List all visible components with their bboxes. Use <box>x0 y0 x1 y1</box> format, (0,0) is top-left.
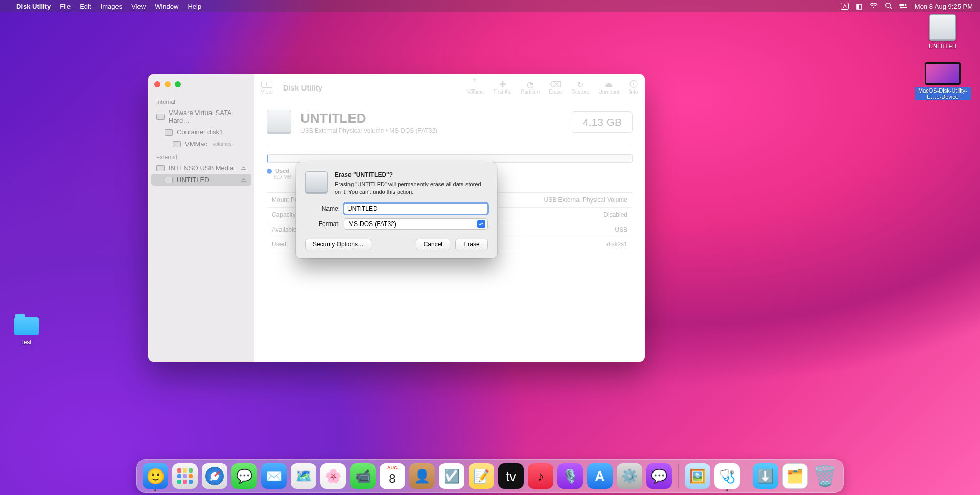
toolbar-firstaid-button[interactable]: ✚First Aid <box>493 80 511 95</box>
dock-recents-stack[interactable]: 🗂️ <box>782 463 808 489</box>
legend-value: 8,9 MB <box>274 174 292 180</box>
sidebar: Internal VMware Virtual SATA Hard… Conta… <box>148 74 254 362</box>
dock-tv[interactable]: tv <box>498 463 524 489</box>
desktop-folder-test[interactable]: test <box>11 317 42 346</box>
disk-large-icon <box>267 110 291 134</box>
window-close-button[interactable] <box>154 81 160 87</box>
dock-disk-utility[interactable]: 🩺 <box>714 463 740 489</box>
menu-help[interactable]: Help <box>188 3 201 10</box>
toolbar-label: First Aid <box>493 89 511 95</box>
image-file-icon <box>925 62 961 85</box>
dock-preview[interactable]: 🖼️ <box>685 463 710 489</box>
dock-finder[interactable]: 🙂 <box>143 463 168 489</box>
chevron-up-down-icon: ▴▾ <box>477 220 485 228</box>
svg-line-1 <box>890 7 892 9</box>
dock-notes[interactable]: 📝 <box>469 463 494 489</box>
window-minimize-button[interactable] <box>165 81 171 87</box>
menu-window[interactable]: Window <box>155 3 178 10</box>
compass-icon <box>205 467 224 485</box>
eject-icon[interactable]: ⏏ <box>241 165 246 172</box>
keyboard-indicator-icon[interactable]: A <box>841 3 848 10</box>
svg-rect-2 <box>899 4 904 6</box>
dock-mail[interactable]: ✉️ <box>261 463 287 489</box>
menu-edit[interactable]: Edit <box>80 3 91 10</box>
eject-icon[interactable]: ⏏ <box>241 176 246 184</box>
toolbar: View Disk Utility ＋−Volume ✚First Aid ◔P… <box>254 74 645 101</box>
erase-icon: ⌫ <box>550 80 561 88</box>
toolbar-unmount-button[interactable]: ⏏Unmount <box>598 80 619 95</box>
control-center-icon[interactable] <box>899 2 907 10</box>
desktop-icon-label: UNTITLED <box>920 43 966 49</box>
sidebar-item-label: UNTITLED <box>177 176 209 184</box>
info-val: disk2s1 <box>606 241 627 248</box>
window-title: Disk Utility <box>283 83 323 92</box>
svg-point-5 <box>900 7 902 9</box>
cancel-button[interactable]: Cancel <box>416 239 450 250</box>
window-zoom-button[interactable] <box>175 81 181 87</box>
external-disk-icon <box>156 165 165 171</box>
info-val: Disabled <box>603 211 627 218</box>
unmount-icon: ⏏ <box>604 80 614 88</box>
toolbar-info-button[interactable]: ⓘInfo <box>628 80 639 95</box>
sidebar-untitled-volume[interactable]: UNTITLED ⏏ <box>151 174 251 186</box>
dock: 🙂 💬 ✉️ 🗺️ 🌸 📹 AUG 8 👤 ☑️ 📝 tv ♪ 🎙️ A ⚙️ … <box>136 459 844 493</box>
menubar-app-name[interactable]: Disk Utility <box>16 3 51 10</box>
erase-button[interactable]: Erase <box>455 239 488 250</box>
dock-trash[interactable]: 🗑️ <box>812 463 837 489</box>
container-icon <box>165 129 173 136</box>
menubar: Disk Utility File Edit Images View Windo… <box>0 0 980 12</box>
disk-size: 4,13 GB <box>572 111 633 133</box>
desktop-disk-untitled[interactable]: UNTITLED <box>920 14 966 49</box>
menubar-datetime[interactable]: Mon 8 Aug 9:25 PM <box>915 3 973 10</box>
dock-contacts[interactable]: 👤 <box>409 463 435 489</box>
dock-messages[interactable]: 💬 <box>231 463 257 489</box>
menu-file[interactable]: File <box>60 3 71 10</box>
info-val: USB External Physical Volume <box>544 196 627 204</box>
info-key: Used: <box>272 241 288 248</box>
desktop-screenshot-file[interactable]: MacOS-Disk-Utility-E…e-Device <box>915 60 971 100</box>
sidebar-container-disk1[interactable]: Container disk1 <box>151 126 251 138</box>
dock-calendar[interactable]: AUG 8 <box>380 463 405 489</box>
name-input[interactable] <box>344 203 488 214</box>
dock-separator <box>746 464 746 488</box>
toolbar-view-button[interactable]: View <box>261 81 273 95</box>
wifi-icon[interactable] <box>870 2 878 10</box>
usage-used-legend: Used 8,9 MB <box>267 168 292 180</box>
dock-feedback[interactable]: 💬 <box>646 463 672 489</box>
security-options-button[interactable]: Security Options… <box>305 239 371 250</box>
toolbar-erase-button[interactable]: ⌫Erase <box>549 80 562 95</box>
dock-appstore[interactable]: A <box>587 463 613 489</box>
format-select[interactable]: MS-DOS (FAT32) ▴▾ <box>344 218 488 230</box>
sidebar-vmmac-volume[interactable]: VMMac volumes <box>151 138 251 150</box>
sidebar-internal-disk[interactable]: VMware Virtual SATA Hard… <box>151 107 251 126</box>
dialog-disk-icon <box>305 171 328 194</box>
toolbar-volume-button[interactable]: ＋−Volume <box>467 80 484 95</box>
folder-icon <box>14 317 39 335</box>
dock-launchpad[interactable] <box>172 463 198 489</box>
dock-maps[interactable]: 🗺️ <box>291 463 316 489</box>
toolbar-partition-button[interactable]: ◔Partition <box>521 80 540 95</box>
toolbar-label: Volume <box>467 89 484 95</box>
first-aid-icon: ✚ <box>498 80 508 88</box>
dock-photos[interactable]: 🌸 <box>320 463 346 489</box>
sidebar-item-label: VMMac <box>185 140 207 148</box>
dock-system-settings[interactable]: ⚙️ <box>617 463 642 489</box>
desktop-icon-label: test <box>11 339 42 346</box>
disk-name: UNTITLED <box>300 110 437 126</box>
dock-facetime[interactable]: 📹 <box>350 463 376 489</box>
dock-podcasts[interactable]: 🎙️ <box>557 463 583 489</box>
dock-downloads[interactable]: ⬇️ <box>753 463 778 489</box>
calendar-day-label: 8 <box>389 471 395 486</box>
external-volume-icon <box>165 177 173 183</box>
sidebar-item-label: INTENSO USB Media <box>169 164 234 172</box>
spotlight-icon[interactable] <box>885 2 892 11</box>
sidebar-intenso-media[interactable]: INTENSO USB Media ⏏ <box>151 162 251 174</box>
menu-view[interactable]: View <box>131 3 146 10</box>
dock-safari[interactable] <box>202 463 227 489</box>
restore-icon: ↻ <box>575 80 586 88</box>
dock-music[interactable]: ♪ <box>528 463 553 489</box>
dock-reminders[interactable]: ☑️ <box>439 463 464 489</box>
menu-images[interactable]: Images <box>101 3 123 10</box>
toolbar-restore-button[interactable]: ↻Restore <box>571 80 589 95</box>
stage-manager-icon[interactable]: ◧ <box>856 2 862 10</box>
